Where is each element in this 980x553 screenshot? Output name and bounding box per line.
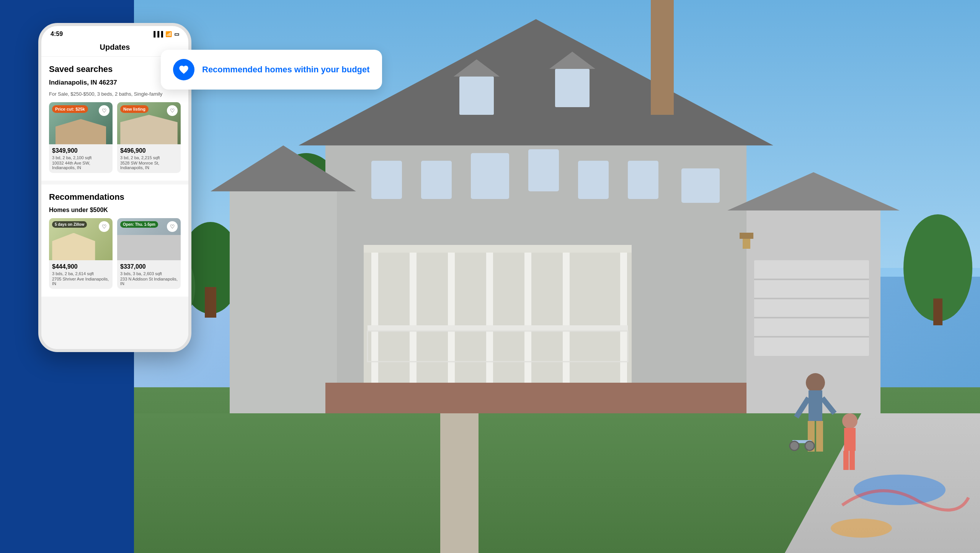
svg-rect-56: [933, 299, 942, 325]
price-cut-tag: Price cut: $25k: [52, 105, 88, 113]
recommendations-title: Recommendations: [49, 192, 181, 202]
svg-rect-49: [844, 428, 856, 451]
saved-listings-row: Price cut: $25k ♡ $349,900 3 bd, 2 ba, 2…: [49, 102, 181, 173]
svg-rect-31: [459, 77, 494, 115]
signal-icon: ▐▐▐: [152, 31, 163, 37]
svg-rect-16: [410, 253, 416, 383]
svg-rect-35: [651, 0, 674, 115]
svg-rect-30: [681, 168, 720, 203]
rec-listing-card-2[interactable]: Open: Thu. 1-5pm ♡ $337,000 3 bds, 3 ba,…: [117, 218, 181, 289]
recommendations-listings-row: 5 days on Zillow ♡ $444,900 3 bds, 2 ba,…: [49, 218, 181, 289]
rec-listing-price-2: $337,000: [120, 263, 178, 270]
rec-listing-card-1[interactable]: 5 days on Zillow ♡ $444,900 3 bds, 2 ba,…: [49, 218, 113, 289]
svg-rect-9: [230, 191, 337, 413]
svg-rect-15: [371, 253, 378, 383]
phone-content[interactable]: Saved searches Indianapolis, IN 46237 2 …: [41, 57, 188, 349]
svg-rect-62: [743, 237, 750, 249]
svg-rect-63: [740, 233, 753, 239]
search-description: For Sale, $250-$500, 3 beds, 2 baths, Si…: [49, 91, 181, 97]
svg-point-42: [806, 373, 825, 392]
notification-icon: [173, 59, 194, 80]
svg-rect-43: [808, 390, 822, 421]
rec-listing-image-2: Open: Thu. 1-5pm ♡: [117, 218, 181, 260]
listing-card-1[interactable]: Price cut: $25k ♡ $349,900 3 bd, 2 ba, 2…: [49, 102, 113, 173]
rec-listing-details-1: 3 bds, 2 ba, 2,614 sqft: [52, 271, 109, 276]
heart-icon: [178, 64, 189, 75]
svg-rect-28: [578, 161, 609, 199]
search-location[interactable]: Indianapolis, IN 46237: [49, 79, 117, 86]
open-house-tag: Open: Thu. 1-5pm: [120, 221, 158, 228]
listing-address-1: 10032 44th Ave SW, Indianapolis, IN: [52, 161, 109, 170]
listing-details-2: 3 bd, 2 ba, 2,215 sqft: [120, 155, 178, 160]
svg-rect-14: [364, 245, 632, 253]
svg-point-54: [805, 441, 814, 450]
recommendations-section: Recommendations Homes under $500K 5 days…: [41, 184, 188, 297]
battery-icon: ▭: [174, 31, 179, 37]
svg-rect-36: [325, 383, 746, 413]
svg-rect-50: [843, 451, 849, 470]
svg-rect-24: [371, 161, 402, 199]
new-listing-tag: New listing: [120, 105, 149, 113]
wifi-icon: 📶: [165, 31, 172, 37]
svg-rect-33: [555, 69, 590, 107]
svg-rect-57: [754, 260, 869, 356]
svg-rect-39: [440, 413, 479, 553]
svg-rect-25: [421, 161, 452, 199]
svg-point-41: [831, 519, 892, 538]
svg-rect-29: [628, 161, 658, 199]
days-on-zillow-tag: 5 days on Zillow: [52, 221, 87, 228]
listing-card-2[interactable]: New listing ♡ $496,900 3 bd, 2 ba, 2,215…: [117, 102, 181, 173]
save-rec-listing-2-button[interactable]: ♡: [167, 221, 178, 232]
rec-listing-image-1: 5 days on Zillow ♡: [49, 218, 113, 260]
svg-rect-2: [205, 287, 216, 318]
listing-price-1: $349,900: [52, 147, 109, 154]
rec-listing-info-2: $337,000 3 bds, 3 ba, 2,603 sqft 233 N A…: [117, 260, 181, 289]
notification-bubble: Recommended homes within your budget: [161, 50, 382, 90]
svg-rect-45: [816, 421, 823, 452]
rec-listing-address-2: 233 N Addison St Indianapolis, IN: [120, 277, 178, 286]
svg-point-53: [790, 441, 799, 450]
svg-rect-19: [524, 253, 531, 383]
save-rec-listing-1-button[interactable]: ♡: [99, 221, 109, 232]
rec-listing-address-1: 2705 Shriver Ave Indianapolis, IN: [52, 277, 109, 286]
rec-listing-details-2: 3 bds, 3 ba, 2,603 sqft: [120, 271, 178, 276]
svg-rect-22: [368, 325, 628, 331]
status-icons: ▐▐▐ 📶 ▭: [152, 31, 179, 37]
recommendations-subtitle: Homes under $500K: [49, 207, 181, 214]
listing-info-2: $496,900 3 bd, 2 ba, 2,215 sqft 3528 SW …: [117, 144, 181, 173]
svg-point-40: [854, 475, 946, 505]
listing-details-1: 3 bd, 2 ba, 2,100 sqft: [52, 155, 109, 160]
listing-info-1: $349,900 3 bd, 2 ba, 2,100 sqft 10032 44…: [49, 144, 113, 173]
svg-rect-21: [620, 253, 627, 383]
svg-rect-18: [486, 253, 493, 383]
listing-image-2: New listing ♡: [117, 102, 181, 144]
save-listing-2-button[interactable]: ♡: [167, 105, 178, 116]
status-bar: 4:59 ▐▐▐ 📶 ▭: [41, 26, 188, 40]
listing-image-1: Price cut: $25k ♡: [49, 102, 113, 144]
svg-rect-27: [528, 149, 559, 191]
listing-price-2: $496,900: [120, 147, 178, 154]
listing-address-2: 3528 SW Monroe St, Indianapolis, IN: [120, 161, 178, 170]
svg-rect-51: [849, 451, 855, 470]
svg-rect-20: [563, 253, 570, 383]
svg-point-48: [842, 413, 858, 429]
time-display: 4:59: [51, 31, 63, 38]
svg-rect-26: [471, 153, 509, 199]
svg-rect-17: [448, 253, 455, 383]
notification-text: Recommended homes within your budget: [202, 64, 370, 75]
rec-listing-price-1: $444,900: [52, 263, 109, 270]
rec-listing-info-1: $444,900 3 bds, 2 ba, 2,614 sqft 2705 Sh…: [49, 260, 113, 289]
save-listing-1-button[interactable]: ♡: [99, 105, 109, 116]
